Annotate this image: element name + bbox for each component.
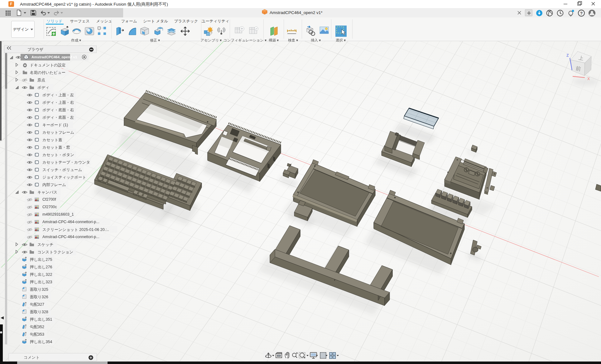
svg-text:?: ?: [580, 11, 583, 16]
svg-text:前: 前: [575, 65, 581, 72]
svg-text:Z: Z: [566, 53, 569, 58]
svg-text:上: 上: [578, 55, 584, 61]
svg-text:X: X: [587, 77, 590, 81]
